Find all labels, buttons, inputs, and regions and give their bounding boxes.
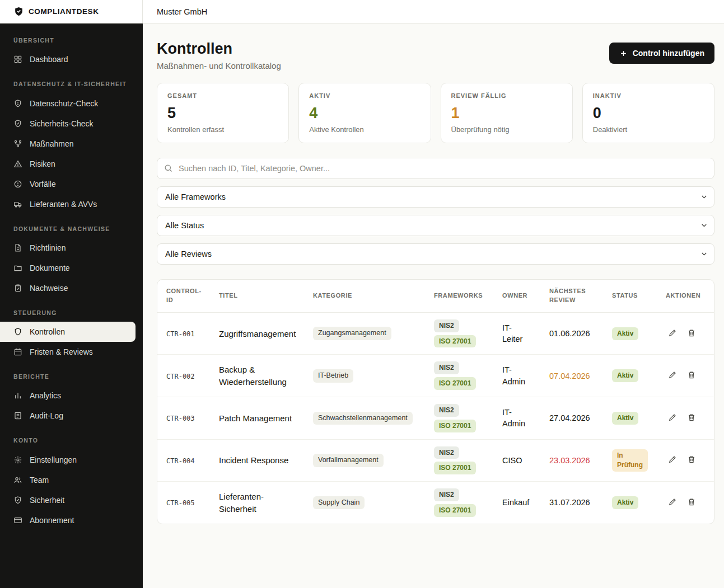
section-label-konto: KONTO — [0, 436, 143, 445]
stat-card-aktiv: AKTIV 4 Aktive Kontrollen — [298, 83, 431, 143]
add-control-button[interactable]: Control hinzufügen — [609, 43, 714, 64]
control-titel: Patch Management — [219, 413, 292, 423]
sidebar-item-fristen-reviews[interactable]: Fristen & Reviews — [0, 342, 143, 362]
page-title: Kontrollen — [157, 40, 281, 58]
gear-icon — [13, 455, 22, 464]
page-header: Kontrollen Maßnahmen- und Kontrollkatalo… — [157, 36, 714, 70]
reviews-filter[interactable]: Alle Reviews — [157, 243, 714, 265]
framework-badge-iso: ISO 27001 — [434, 504, 476, 517]
edit-button[interactable] — [666, 495, 679, 510]
column-header-aktionen: Aktionen — [657, 280, 714, 312]
delete-button[interactable] — [685, 368, 698, 383]
trash-icon — [687, 413, 696, 422]
framework-badge-nis2: NIS2 — [434, 488, 459, 501]
edit-button[interactable] — [666, 326, 679, 341]
stat-cards: GESAMT 5 Kontrollen erfasst AKTIV 4 Akti… — [157, 83, 714, 143]
owner: IT-Admin — [502, 365, 525, 385]
row-actions — [666, 495, 706, 510]
owner: IT-Leiter — [502, 323, 522, 344]
sidebar-item-nachweise[interactable]: Nachweise — [0, 278, 143, 298]
trash-icon — [687, 328, 696, 337]
status-filter[interactable]: Alle Status — [157, 215, 714, 236]
kategorie-badge: Supply Chain — [313, 496, 365, 510]
sidebar-item-team[interactable]: Team — [0, 470, 143, 490]
row-actions — [666, 453, 706, 468]
frameworks-filter[interactable]: Alle Frameworks — [157, 186, 714, 208]
sidebar-item-risiken[interactable]: Risiken — [0, 154, 143, 174]
sidebar-item-label: Analytics — [30, 391, 61, 400]
search-input[interactable] — [157, 158, 714, 179]
stat-card-inaktiv: INAKTIV 0 Deaktiviert — [582, 83, 714, 143]
controls-table: Control-ID Titel Kategorie Frameworks Ow… — [157, 280, 714, 524]
topbar: COMPLIANTDESK Muster GmbH — [0, 0, 724, 23]
control-id: CTR-005 — [166, 499, 195, 507]
column-header-control-id: Control-ID — [157, 280, 210, 312]
credit-card-icon — [13, 516, 22, 525]
main-content: Kontrollen Maßnahmen- und Kontrollkatalo… — [143, 23, 724, 588]
brand-logo[interactable]: COMPLIANTDESK — [0, 0, 143, 23]
sidebar-item-label: Dashboard — [30, 55, 68, 64]
edit-button[interactable] — [666, 411, 679, 426]
sidebar-item-analytics[interactable]: Analytics — [0, 385, 143, 406]
table-row: CTR-005 Lieferanten-Sicherheit Supply Ch… — [157, 482, 714, 524]
next-review-date: 27.04.2026 — [549, 413, 590, 422]
trash-icon — [687, 497, 696, 506]
control-id: CTR-001 — [166, 330, 195, 338]
brand-name: COMPLIANTDESK — [29, 7, 99, 16]
status-badge: Aktiv — [612, 327, 638, 340]
edit-button[interactable] — [666, 453, 679, 468]
sidebar-item-label: Lieferanten & AVVs — [30, 200, 97, 209]
sidebar-item-label: Nachweise — [30, 284, 68, 293]
status-badge: Aktiv — [612, 412, 638, 425]
control-id: CTR-003 — [166, 415, 195, 422]
frameworks-cell: NIS2 ISO 27001 — [434, 446, 484, 475]
framework-badge-nis2: NIS2 — [434, 319, 459, 332]
edit-button[interactable] — [666, 368, 679, 383]
sidebar-item-sicherheit[interactable]: Sicherheit — [0, 490, 143, 510]
sidebar-item-massnahmen[interactable]: Maßnahmen — [0, 134, 143, 154]
sidebar-item-vorfaelle[interactable]: Vorfälle — [0, 174, 143, 194]
delete-button[interactable] — [685, 326, 698, 341]
stat-caption: Deaktiviert — [593, 125, 704, 134]
shield-icon — [13, 327, 22, 336]
truck-icon — [13, 200, 22, 209]
sidebar-item-richtlinien[interactable]: Richtlinien — [0, 238, 143, 258]
audit-log-icon — [13, 411, 22, 420]
framework-badge-iso: ISO 27001 — [434, 335, 476, 348]
sidebar-item-dashboard[interactable]: Dashboard — [0, 49, 143, 69]
framework-badge-iso: ISO 27001 — [434, 377, 476, 390]
sidebar-item-label: Vorfälle — [30, 180, 56, 189]
shield-logo-icon — [13, 6, 24, 17]
sidebar-item-audit-log[interactable]: Audit-Log — [0, 406, 143, 426]
section-label-berichte: BERICHTE — [0, 372, 143, 381]
pencil-icon — [668, 455, 677, 464]
framework-badge-nis2: NIS2 — [434, 404, 459, 417]
sidebar-item-dokumente[interactable]: Dokumente — [0, 258, 143, 278]
controls-table-card: Control-ID Titel Kategorie Frameworks Ow… — [157, 279, 714, 524]
sidebar-item-kontrollen[interactable]: Kontrollen — [0, 322, 136, 342]
row-actions — [666, 368, 706, 383]
section-label-steuerung: STEUERUNG — [0, 308, 143, 317]
delete-button[interactable] — [685, 411, 698, 426]
sidebar-item-datenschutz-check[interactable]: Datenschutz-Check — [0, 93, 143, 114]
column-header-owner: Owner — [493, 280, 540, 312]
sidebar-item-label: Abonnement — [30, 516, 74, 525]
dashboard-icon — [13, 55, 22, 64]
sidebar-item-abonnement[interactable]: Abonnement — [0, 510, 143, 530]
sidebar-item-einstellungen[interactable]: Einstellungen — [0, 450, 143, 470]
sidebar-item-sicherheits-check[interactable]: Sicherheits-Check — [0, 114, 143, 134]
folder-icon — [13, 264, 22, 272]
stat-card-gesamt: GESAMT 5 Kontrollen erfasst — [157, 83, 289, 143]
alert-circle-icon — [13, 180, 22, 189]
stat-value: 0 — [593, 105, 704, 122]
sidebar-item-label: Fristen & Reviews — [30, 347, 93, 356]
shield-icon — [13, 496, 22, 505]
sidebar-item-lieferanten-avvs[interactable]: Lieferanten & AVVs — [0, 194, 143, 214]
search-icon — [164, 163, 173, 175]
workflow-icon — [13, 139, 22, 148]
delete-button[interactable] — [685, 495, 698, 510]
framework-badge-iso: ISO 27001 — [434, 420, 476, 432]
delete-button[interactable] — [685, 453, 698, 468]
pencil-icon — [668, 497, 677, 506]
next-review-date: 31.07.2026 — [549, 498, 590, 507]
